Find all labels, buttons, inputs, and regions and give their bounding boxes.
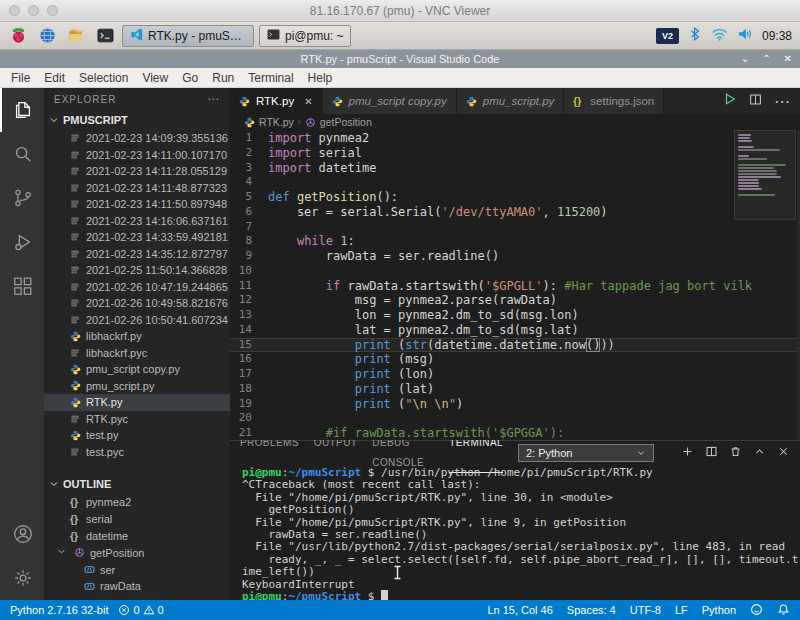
- terminal-output[interactable]: pi@pmu:~/pmuScript $ /usr/bin/python /ho…: [230, 465, 800, 600]
- more-actions-icon[interactable]: ⋯: [774, 92, 790, 111]
- menu-terminal[interactable]: Terminal: [241, 71, 300, 85]
- menu-selection[interactable]: Selection: [72, 71, 135, 85]
- python-version-status[interactable]: Python 2.7.16 32-bit: [10, 604, 108, 616]
- outline-item[interactable]: rawData: [44, 578, 230, 595]
- menu-go[interactable]: Go: [175, 71, 205, 85]
- code-editor[interactable]: 1import pynmea22import serial3import dat…: [230, 130, 800, 440]
- code-line: 12 msg = pynmea2.parse(rawData): [230, 293, 800, 308]
- file-item[interactable]: RTK.py: [44, 394, 230, 411]
- menu-help[interactable]: Help: [301, 71, 340, 85]
- code-text: print (msg): [268, 352, 434, 367]
- outline-section-header[interactable]: OUTLINE: [44, 474, 230, 494]
- activity-settings[interactable]: [0, 556, 44, 600]
- outline-item[interactable]: {}serial: [44, 511, 230, 528]
- code-text: lat = pynmea2.dm_to_sd(msg.lat): [268, 323, 579, 338]
- maximize-panel-icon[interactable]: [753, 445, 766, 461]
- folder-section-header[interactable]: PMUSCRIPT: [44, 110, 230, 130]
- file-item[interactable]: 2021-02-23 14:11:50.897948: [44, 196, 230, 213]
- notifications-bell-icon[interactable]: [777, 603, 790, 618]
- vnc-tray-icon[interactable]: V2: [656, 28, 679, 44]
- feedback-smiley-icon[interactable]: [750, 603, 763, 618]
- status-bar: Python 2.7.16 32-bit 0 0 Ln 15, Col 46Sp…: [0, 600, 800, 620]
- status-spaces[interactable]: Spaces: 4: [567, 604, 616, 616]
- split-terminal-icon[interactable]: [705, 445, 718, 461]
- bluetooth-icon[interactable]: [688, 27, 702, 45]
- file-item[interactable]: libhackrf.pyc: [44, 345, 230, 362]
- taskbar-terminal-icon[interactable]: [93, 24, 117, 48]
- file-item[interactable]: 2021-02-23 14:11:00.107170: [44, 147, 230, 164]
- run-file-icon[interactable]: [723, 92, 737, 110]
- breadcrumb-item[interactable]: getPosition: [320, 116, 372, 128]
- file-item[interactable]: 2021-02-25 11:50:14.366828: [44, 262, 230, 279]
- activity-account[interactable]: [0, 512, 44, 556]
- problems-status[interactable]: 0 0: [118, 604, 163, 616]
- outline-item[interactable]: getPosition: [44, 544, 230, 561]
- close-icon[interactable]: ✕: [784, 50, 792, 68]
- vnc-title: 81.16.170.67 (pmu) - VNC Viewer: [0, 4, 800, 18]
- file-item[interactable]: 2021-02-26 10:50:41.607234: [44, 312, 230, 329]
- breadcrumb-item[interactable]: RTK.py: [259, 116, 294, 128]
- status-python[interactable]: Python: [702, 604, 736, 616]
- minimap[interactable]: [738, 134, 790, 197]
- outline-item[interactable]: ser: [44, 561, 230, 578]
- file-item[interactable]: libhackrf.py: [44, 328, 230, 345]
- split-editor-icon[interactable]: [749, 92, 762, 110]
- minimize-icon[interactable]: ⌄: [741, 50, 749, 68]
- activity-extensions[interactable]: [0, 264, 44, 308]
- file-item[interactable]: pmu_script.py: [44, 378, 230, 395]
- wifi-icon[interactable]: [711, 27, 728, 45]
- file-item[interactable]: 2021-02-26 10:49:58.821676: [44, 295, 230, 312]
- status-utf-8[interactable]: UTF-8: [630, 604, 661, 616]
- activity-run-debug[interactable]: [0, 220, 44, 264]
- file-item[interactable]: 2021-02-23 14:16:06.637161: [44, 213, 230, 230]
- file-item[interactable]: 2021-02-26 10:47:19.244865: [44, 279, 230, 296]
- volume-icon[interactable]: [737, 27, 753, 45]
- maximize-icon[interactable]: ⌃: [762, 50, 770, 68]
- file-item[interactable]: 2021-02-23 14:09:39.355136: [44, 130, 230, 147]
- menu-file[interactable]: File: [4, 71, 37, 85]
- explorer-more-icon[interactable]: ⋯: [207, 92, 220, 106]
- file-manager-icon[interactable]: [64, 24, 88, 48]
- code-line: 13 lon = pynmea2.dm_to_sd(msg.lon): [230, 308, 800, 323]
- file-icon: [70, 150, 81, 160]
- tab-settings-json[interactable]: {}settings.json: [564, 88, 664, 114]
- activity-spacer: [0, 308, 44, 512]
- line-number: 17: [230, 367, 268, 382]
- close-panel-icon[interactable]: [777, 445, 790, 461]
- breadcrumb[interactable]: RTK.py›getPosition: [230, 114, 800, 130]
- tab-close-icon[interactable]: ✕: [304, 96, 312, 107]
- menu-edit[interactable]: Edit: [37, 71, 72, 85]
- file-item[interactable]: test.pyc: [44, 444, 230, 461]
- new-terminal-icon[interactable]: [681, 445, 694, 461]
- raspberry-menu-icon[interactable]: [6, 24, 30, 48]
- outline-item[interactable]: {}datetime: [44, 528, 230, 545]
- file-item[interactable]: RTK.pyc: [44, 411, 230, 428]
- file-item[interactable]: 2021-02-23 14:11:28.055129: [44, 163, 230, 180]
- outline-item[interactable]: {}pynmea2: [44, 494, 230, 511]
- menu-view[interactable]: View: [135, 71, 175, 85]
- terminal-shell-select[interactable]: 2: Python: [518, 444, 654, 462]
- activity-search[interactable]: [0, 132, 44, 176]
- code-text: print ("\n \n"): [268, 397, 463, 412]
- file-item[interactable]: 2021-02-23 14:35:12.872797: [44, 246, 230, 263]
- menu-run[interactable]: Run: [205, 71, 241, 85]
- activity-source-control[interactable]: [0, 176, 44, 220]
- file-item[interactable]: pmu_script copy.py: [44, 361, 230, 378]
- file-item[interactable]: 2021-02-23 14:11:48.877323: [44, 180, 230, 197]
- tab-pmu_script-py[interactable]: pmu_script.py: [457, 88, 565, 114]
- kill-terminal-icon[interactable]: [729, 445, 742, 461]
- activity-explorer[interactable]: [0, 88, 44, 132]
- web-browser-icon[interactable]: [35, 24, 59, 48]
- file-item[interactable]: test.py: [44, 427, 230, 444]
- explorer-sidebar: EXPLORER ⋯ PMUSCRIPT 2021-02-23 14:09:39…: [44, 88, 230, 600]
- status-lf[interactable]: LF: [675, 604, 688, 616]
- taskbar-window-vscode[interactable]: RTK.py - pmuScript - V...: [122, 25, 254, 47]
- tab-RTK-py[interactable]: RTK.py✕: [230, 88, 323, 114]
- code-line: 20: [230, 411, 800, 426]
- status-ln[interactable]: Ln 15, Col 46: [487, 604, 552, 616]
- tab-pmu_script-copy-py[interactable]: pmu_script copy.py: [323, 88, 457, 114]
- taskbar-window-terminal[interactable]: pi@pmu: ~: [259, 25, 351, 47]
- file-name: 2021-02-26 10:50:41.607234: [86, 314, 228, 326]
- file-item[interactable]: 2021-02-23 14:33:59.492181: [44, 229, 230, 246]
- clock[interactable]: 09:38: [762, 29, 792, 43]
